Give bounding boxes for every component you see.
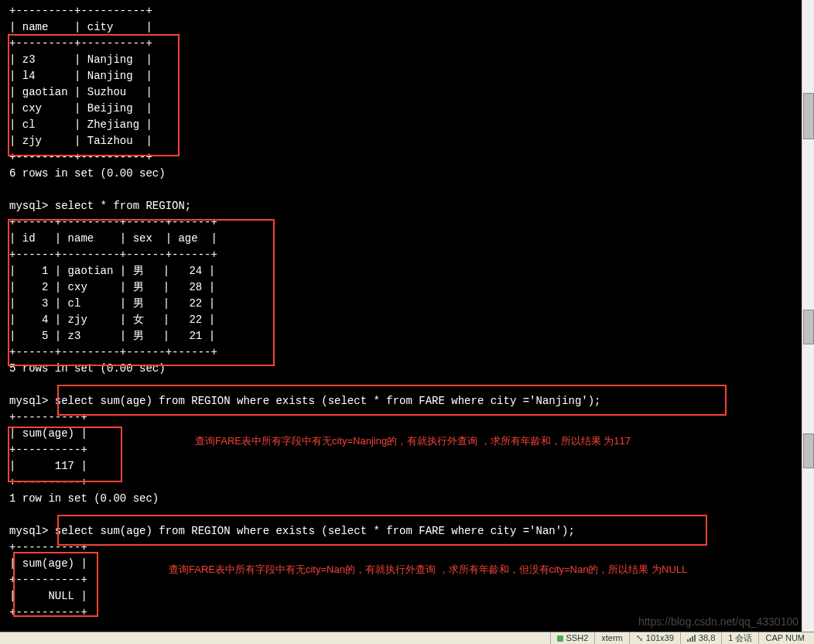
table-separator: +---------+----------+ bbox=[9, 151, 152, 163]
table-separator: +----------+ bbox=[9, 541, 87, 553]
result-count: 5 rows in set (0.00 sec) bbox=[9, 362, 166, 375]
table-separator: +----------+ bbox=[9, 574, 87, 586]
resize-icon: ⤡ bbox=[636, 632, 643, 644]
watermark-text: https://blog.csdn.net/qq_4330100 bbox=[638, 614, 799, 630]
signal-icon bbox=[687, 635, 696, 642]
annotation-note2: 查询FARE表中所有字段中有无city=Nan的，有就执行外查询 ，求所有年龄和… bbox=[169, 562, 757, 577]
table-row: | NULL | bbox=[9, 590, 87, 602]
table-row: | 3 | cl | 男 | 22 | bbox=[9, 297, 215, 310]
table-separator: +----------+ bbox=[9, 411, 87, 423]
table-row: | z3 | Nanjing | bbox=[9, 53, 152, 66]
table-header: | id | name | sex | age | bbox=[9, 232, 217, 245]
table-separator: +------+---------+------+------+ bbox=[9, 346, 217, 358]
table-separator: +---------+----------+ bbox=[9, 37, 152, 50]
scroll-thumb[interactable] bbox=[803, 433, 814, 468]
table-header: | sum(age) | bbox=[9, 557, 87, 570]
table-separator: +---------+----------+ bbox=[9, 5, 152, 17]
table-separator: +----------+ bbox=[9, 444, 87, 456]
table-row: | 5 | z3 | 男 | 21 | bbox=[9, 330, 215, 342]
annotation-note1: 查询FARE表中所有字段中有无city=Nanjing的，有就执行外查询 ，求所… bbox=[195, 433, 752, 449]
terminal-output[interactable]: +---------+----------+ | name | city | +… bbox=[0, 0, 814, 624]
table-header: | name | city | bbox=[9, 21, 152, 33]
scroll-thumb[interactable] bbox=[803, 310, 814, 344]
table-row: | l4 | Nanjing | bbox=[9, 70, 152, 82]
statusbar: SSH2 xterm ⤡101x39 38,8 1 会话 CAP NUM bbox=[0, 632, 814, 644]
status-ssh: SSH2 bbox=[550, 632, 595, 644]
status-caps: CAP NUM bbox=[758, 632, 811, 644]
sql-query: mysql> select * from REGION; bbox=[9, 200, 191, 212]
scrollbar-vertical[interactable] bbox=[802, 0, 814, 632]
table-row: | gaotian | Suzhou | bbox=[9, 86, 152, 98]
table-header: | sum(age) | bbox=[9, 427, 87, 440]
status-pos: 38,8 bbox=[680, 632, 721, 644]
table-row: | 4 | zjy | 女 | 22 | bbox=[9, 313, 215, 326]
table-row: | zjy | Taizhou | bbox=[9, 135, 152, 147]
status-size: ⤡101x39 bbox=[629, 632, 680, 644]
result-count: 1 row in set (0.00 sec) bbox=[9, 492, 159, 505]
table-row: | 1 | gaotian | 男 | 24 | bbox=[9, 265, 215, 277]
status-term: xterm bbox=[594, 632, 629, 644]
table-separator: +------+---------+------+------+ bbox=[9, 216, 217, 228]
scroll-thumb[interactable] bbox=[803, 93, 814, 139]
table-row: | 2 | cxy | 男 | 28 | bbox=[9, 281, 215, 293]
sql-query: mysql> select sum(age) from REGION where… bbox=[9, 525, 575, 537]
sql-query: mysql> select sum(age) from REGION where… bbox=[9, 395, 601, 407]
result-count: 6 rows in set (0.00 sec) bbox=[9, 167, 166, 180]
table-separator: +----------+ bbox=[9, 476, 87, 488]
table-row: | cxy | Beijing | bbox=[9, 102, 152, 115]
status-indicator-icon bbox=[557, 635, 563, 642]
table-row: | cl | Zhejiang | bbox=[9, 118, 152, 131]
table-separator: +----------+ bbox=[9, 606, 87, 618]
table-row: | 117 | bbox=[9, 460, 87, 472]
status-sessions: 1 会话 bbox=[721, 632, 758, 644]
table-separator: +------+---------+------+------+ bbox=[9, 248, 217, 261]
